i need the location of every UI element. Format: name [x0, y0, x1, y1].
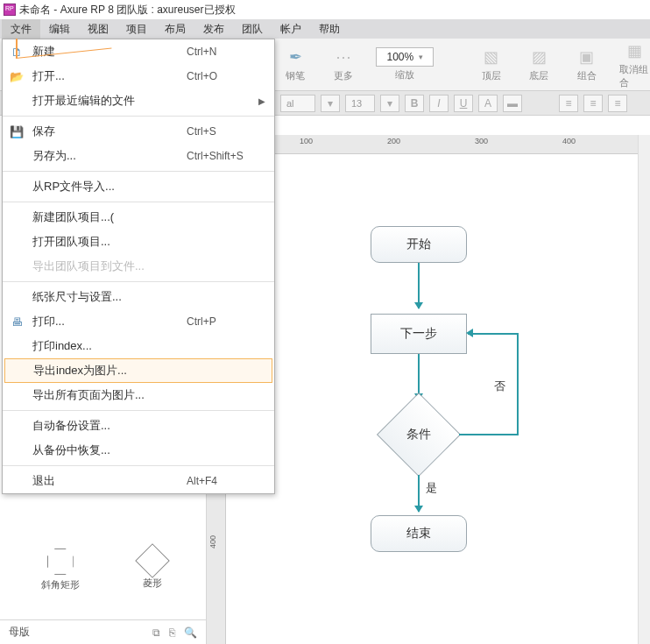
group-icon: ▣: [576, 46, 597, 67]
file-exit[interactable]: 退出Alt+F4: [3, 469, 274, 493]
flow-arrow: [418, 263, 420, 308]
font-size-dropdown[interactable]: ▾: [380, 95, 399, 112]
arrowhead-icon: [466, 329, 473, 337]
menu-publish[interactable]: 发布: [194, 19, 233, 39]
tool-group[interactable]: ▣ 组合: [572, 46, 603, 82]
diamond-icon: [135, 543, 170, 578]
search-icon[interactable]: 🔍: [184, 626, 197, 639]
tool-more[interactable]: ⋯ 更多: [329, 46, 359, 82]
submenu-arrow-icon: ▶: [258, 96, 265, 106]
file-print-index[interactable]: 打印index...: [3, 334, 274, 358]
ruler-tick: 400: [208, 535, 217, 548]
file-page-setup[interactable]: 纸张尺寸与设置...: [3, 285, 274, 309]
shape-library-row: 斜角矩形 菱形: [0, 543, 206, 597]
menu-project[interactable]: 项目: [117, 19, 156, 39]
menu-team[interactable]: 团队: [233, 19, 272, 39]
flow-label-yes: 是: [426, 480, 437, 496]
shape-octagon-label: 斜角矩形: [41, 578, 80, 591]
app-icon: [4, 4, 16, 16]
tool-more-label: 更多: [334, 69, 353, 82]
shape-diamond-label: 菱形: [143, 577, 162, 590]
print-icon: 🖶: [10, 315, 24, 329]
ruler-tick: 300: [475, 137, 488, 145]
menu-account[interactable]: 帐户: [272, 19, 310, 39]
file-restore-backup[interactable]: 从备份中恢复...: [3, 438, 274, 463]
tool-pen-label: 钢笔: [286, 69, 305, 82]
menu-layout[interactable]: 布局: [156, 19, 194, 39]
file-open[interactable]: 📂打开...Ctrl+O: [3, 64, 274, 88]
tool-front-label: 顶层: [482, 69, 501, 82]
font-family-field[interactable]: al: [280, 95, 315, 112]
align-center-button[interactable]: ≡: [583, 95, 603, 112]
flow-label-no: 否: [494, 379, 505, 394]
file-save-as[interactable]: 另存为...Ctrl+Shift+S: [3, 144, 274, 168]
align-right-button[interactable]: ≡: [608, 95, 627, 112]
file-save[interactable]: 💾保存Ctrl+S: [3, 119, 274, 144]
menu-separator: [3, 116, 274, 117]
menu-separator: [3, 410, 274, 411]
more-icon: ⋯: [333, 46, 354, 67]
bring-front-icon: ▧: [481, 46, 502, 67]
window-title: 未命名 - Axure RP 8 团队版 : axureuser已授权: [19, 3, 236, 18]
tool-back[interactable]: ▨ 底层: [524, 46, 555, 82]
canvas[interactable]: 开始 下一步 条件 否 是 结束: [226, 154, 650, 644]
tool-ungroup-label: 取消组合: [619, 63, 650, 89]
octagon-icon: [47, 548, 74, 575]
flow-start-node[interactable]: 开始: [371, 226, 467, 263]
tool-group-label: 组合: [577, 69, 597, 82]
master-tab[interactable]: 母版: [9, 625, 30, 640]
menu-separator: [3, 465, 274, 466]
file-recent[interactable]: 打开最近编辑的文件▶: [3, 88, 274, 113]
vertical-scrollbar[interactable]: [638, 135, 650, 644]
fill-color-button[interactable]: ▬: [503, 95, 522, 112]
shape-octagon[interactable]: 斜角矩形: [41, 548, 80, 591]
align-left-button[interactable]: ≡: [559, 95, 578, 112]
bold-button[interactable]: B: [405, 95, 424, 112]
font-size-field[interactable]: 13: [345, 95, 375, 112]
file-menu-dropdown: 🗋新建Ctrl+N 📂打开...Ctrl+O 打开最近编辑的文件▶ 💾保存Ctr…: [2, 39, 275, 494]
flow-end-node[interactable]: 结束: [371, 515, 467, 552]
file-export-index-image[interactable]: 导出index为图片...: [4, 358, 272, 383]
menu-view[interactable]: 视图: [79, 19, 117, 39]
italic-button[interactable]: I: [429, 95, 449, 112]
menu-file[interactable]: 文件: [2, 19, 40, 39]
menu-bar: 文件 编辑 视图 项目 布局 发布 团队 帐户 帮助: [0, 19, 650, 39]
font-family-dropdown[interactable]: ▾: [321, 95, 340, 112]
menu-separator: [3, 281, 274, 282]
tool-zoom[interactable]: 100%▾ 缩放: [376, 47, 434, 81]
ruler-tick: 100: [300, 137, 313, 145]
file-import-rp[interactable]: 从RP文件导入...: [3, 174, 274, 199]
file-print[interactable]: 🖶打印...Ctrl+P: [3, 309, 274, 334]
ruler-tick: 400: [562, 137, 576, 145]
zoom-value[interactable]: 100%▾: [376, 47, 434, 67]
font-color-button[interactable]: A: [478, 95, 498, 112]
title-bar: 未命名 - Axure RP 8 团队版 : axureuser已授权: [0, 0, 650, 19]
tool-ungroup[interactable]: ▦ 取消组合: [619, 40, 650, 89]
menu-edit[interactable]: 编辑: [40, 19, 79, 39]
pen-icon: ✒: [285, 46, 306, 67]
flow-step-node[interactable]: 下一步: [371, 314, 467, 354]
file-new-team-project[interactable]: 新建团队项目...(: [3, 205, 274, 230]
shape-diamond[interactable]: 菱形: [140, 548, 165, 591]
ruler-horizontal: 100 200 300 400: [226, 135, 650, 154]
flow-connector: [459, 434, 519, 435]
file-open-team-project[interactable]: 打开团队项目...: [3, 230, 274, 254]
tool-front[interactable]: ▧ 顶层: [476, 46, 506, 82]
add-folder-icon[interactable]: ⎘: [169, 626, 175, 639]
file-export-team-project: 导出团队项目到文件...: [3, 254, 274, 279]
flow-connector: [517, 333, 519, 435]
flow-decision-node[interactable]: 条件: [377, 393, 461, 477]
underline-button[interactable]: U: [454, 95, 473, 112]
file-new[interactable]: 🗋新建Ctrl+N: [3, 39, 274, 64]
add-page-icon[interactable]: ⧉: [152, 626, 160, 639]
menu-help[interactable]: 帮助: [310, 19, 349, 39]
menu-separator: [3, 171, 274, 172]
ruler-tick: 200: [387, 137, 400, 145]
tool-pen[interactable]: ✒ 钢笔: [280, 46, 311, 82]
new-file-icon: 🗋: [10, 45, 24, 59]
menu-separator: [3, 202, 274, 202]
flow-arrow: [418, 475, 420, 512]
file-export-all-images[interactable]: 导出所有页面为图片...: [3, 383, 274, 407]
flow-connector: [468, 333, 519, 335]
file-auto-backup[interactable]: 自动备份设置...: [3, 414, 274, 438]
